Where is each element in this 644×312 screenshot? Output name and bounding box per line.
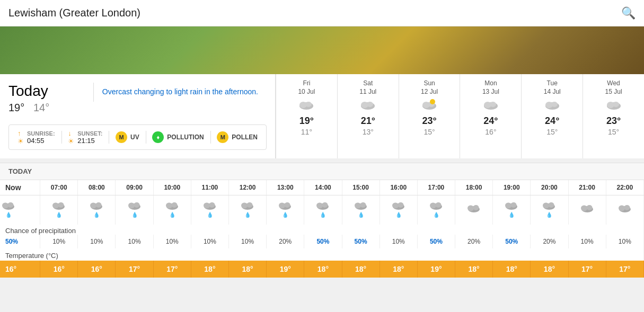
- sunset-time: 21:15: [77, 137, 102, 145]
- forecast-day-name: Fri: [303, 79, 310, 87]
- weather-icon-cell-15: [568, 195, 606, 223]
- precip-cell-7: 20%: [267, 235, 304, 248]
- temp-cell-6: 18°: [228, 261, 266, 278]
- svg-point-60: [511, 202, 517, 208]
- time-13:00: 13:00: [267, 180, 304, 195]
- forecast-day-1[interactable]: Sat 11 Jul 21° 13°: [337, 74, 399, 158]
- forecast-low: 15°: [424, 128, 435, 136]
- page-header: Lewisham (Greater London) 🔍: [0, 0, 644, 26]
- forecast-low: 13°: [363, 128, 374, 136]
- weather-icon-cell-4: 💧: [153, 195, 191, 223]
- forecast-day-date: 11 Jul: [359, 88, 376, 95]
- time-22:00: 22:00: [606, 180, 643, 195]
- forecast-weather-icon: [298, 99, 315, 113]
- forecast-weather-icon: [359, 99, 376, 113]
- svg-point-45: [322, 202, 328, 208]
- temp-cell-16: 17°: [606, 261, 643, 278]
- precip-cell-10: 10%: [380, 235, 417, 248]
- forecast-day-0[interactable]: Fri 10 Jul 19° 11°: [276, 74, 337, 158]
- temp-label: Temperature (°C): [0, 248, 644, 261]
- forecast-day-date: 12 Jul: [421, 88, 438, 95]
- temp-cell-5: 18°: [191, 261, 228, 278]
- weather-icon-cell-14: 💧: [531, 195, 568, 223]
- svg-point-27: [96, 202, 102, 208]
- temp-cell-7: 19°: [267, 261, 304, 278]
- forecast-high: 23°: [606, 115, 621, 127]
- divider3: [146, 131, 146, 144]
- svg-point-12: [490, 102, 496, 107]
- forecast-day-5[interactable]: Wed 15 Jul 23° 15°: [583, 74, 644, 158]
- sun-bar: ↑☀ SUNRISE: 04:55 ↓☀ SUNSET: 21:15 M UV: [8, 124, 267, 150]
- precip-label: Chance of precipitation: [0, 225, 644, 235]
- svg-point-50: [392, 203, 399, 209]
- forecast-day-2[interactable]: Sun 12 Jul 23° 15°: [399, 74, 460, 158]
- svg-point-26: [90, 203, 96, 209]
- today-info: Today 19° 14°: [8, 83, 89, 120]
- hourly-section: TODAY Now07:0008:0009:0010:0011:0012:001…: [0, 163, 644, 278]
- temp-cell-4: 17°: [153, 261, 191, 278]
- uv-badge: M: [116, 131, 127, 143]
- svg-point-57: [473, 205, 479, 210]
- temp-cell-3: 17°: [116, 261, 153, 278]
- temp-cell-14: 18°: [531, 261, 568, 278]
- sunrise-info: SUNRISE: 04:55: [27, 130, 55, 145]
- temp-values-row: 16°16°16°17°17°18°18°19°18°18°18°19°18°1…: [0, 261, 644, 278]
- time-18:00: 18:00: [455, 180, 493, 195]
- location-title: Lewisham (Greater London): [8, 7, 140, 19]
- pollution-badge: ♦: [152, 131, 164, 143]
- time-15:00: 15:00: [342, 180, 380, 195]
- forecast-day-3[interactable]: Mon 13 Jul 24° 16°: [460, 74, 521, 158]
- precip-cell-12: 20%: [455, 235, 493, 248]
- forecast-day-4[interactable]: Tue 14 Jul 24° 15°: [521, 74, 583, 158]
- pollution-item: ♦ POLLUTION: [152, 131, 204, 143]
- divider1: [61, 131, 62, 144]
- precip-label-row: Chance of precipitation: [0, 225, 644, 235]
- weather-icon-cell-2: 💧: [78, 195, 116, 223]
- today-title: Today: [8, 83, 89, 100]
- sunrise-time: 04:55: [27, 137, 55, 145]
- hourly-scroll[interactable]: Now07:0008:0009:0010:0011:0012:0013:0014…: [0, 180, 644, 278]
- search-icon[interactable]: 🔍: [621, 6, 636, 20]
- temp-cell-1: 16°: [40, 261, 78, 278]
- today-temps: 19° 14°: [8, 102, 89, 114]
- pollution-label: POLLUTION: [167, 133, 204, 141]
- sunset-label: SUNSET:: [77, 130, 102, 137]
- weather-icon-cell-10: 💧: [380, 195, 417, 223]
- precip-cell-11: 50%: [417, 235, 455, 248]
- time-14:00: 14:00: [304, 180, 342, 195]
- today-panel: Today 19° 14° Overcast changing to light…: [0, 74, 276, 158]
- precip-cell-13: 50%: [493, 235, 531, 248]
- forecast-low: 15°: [546, 128, 558, 136]
- svg-point-30: [134, 202, 139, 208]
- svg-point-32: [166, 203, 172, 209]
- svg-point-33: [171, 202, 177, 208]
- time-16:00: 16:00: [380, 180, 417, 195]
- weather-icon-cell-12: [455, 195, 493, 223]
- time-21:00: 21:00: [568, 180, 606, 195]
- temp-cell-2: 16°: [78, 261, 116, 278]
- svg-point-20: [2, 203, 8, 209]
- time-20:00: 20:00: [531, 180, 568, 195]
- forecast-day-name: Tue: [547, 79, 558, 87]
- svg-point-53: [430, 203, 436, 209]
- precip-cell-8: 50%: [304, 235, 342, 248]
- precip-cell-16: 10%: [606, 235, 643, 248]
- today-top: Today 19° 14° Overcast changing to light…: [8, 83, 267, 120]
- weather-icon-cell-7: 💧: [267, 195, 304, 223]
- precip-cell-2: 10%: [78, 235, 116, 248]
- svg-point-63: [549, 202, 554, 208]
- pollen-item: M POLLEN: [217, 131, 258, 143]
- temp-cell-12: 18°: [455, 261, 493, 278]
- forecast-low: 16°: [485, 128, 496, 136]
- temp-cell-11: 19°: [417, 261, 455, 278]
- svg-point-68: [619, 206, 625, 211]
- forecast-weather-icon: [605, 99, 622, 113]
- svg-point-41: [279, 203, 285, 209]
- svg-point-29: [128, 203, 135, 209]
- time-12:00: 12:00: [228, 180, 266, 195]
- temp-cell-10: 18°: [380, 261, 417, 278]
- temp-cell-8: 18°: [304, 261, 342, 278]
- pollen-badge: M: [217, 131, 228, 143]
- svg-point-47: [355, 203, 361, 209]
- precip-values-row: 50%10%10%10%10%10%10%20%50%50%10%50%20%5…: [0, 235, 644, 248]
